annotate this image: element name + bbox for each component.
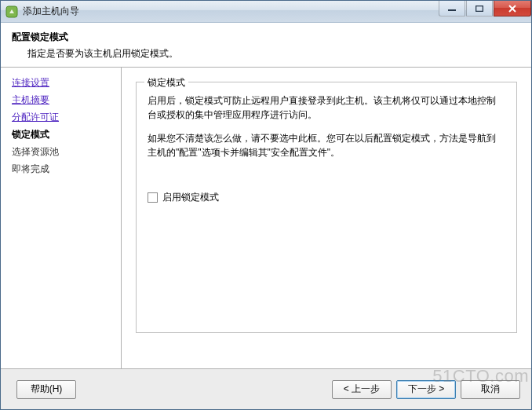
window-controls (439, 1, 531, 22)
svg-rect-1 (448, 9, 456, 11)
app-icon (5, 5, 18, 18)
groupbox-legend: 锁定模式 (144, 76, 188, 90)
sidebar-step-summary[interactable]: 主机摘要 (12, 93, 113, 107)
sidebar-step-label: 选择资源池 (12, 146, 59, 157)
cancel-button-label: 取消 (481, 383, 500, 396)
sidebar-step-resourcepool: 选择资源池 (12, 145, 113, 159)
sidebar-step-finish: 即将完成 (12, 162, 113, 176)
close-icon (508, 5, 517, 13)
sidebar-step-connection[interactable]: 连接设置 (12, 75, 113, 90)
close-button[interactable] (494, 1, 531, 16)
sidebar-step-link[interactable]: 连接设置 (12, 77, 49, 88)
titlebar: 添加主机向导 (1, 1, 531, 23)
wizard-steps-sidebar: 连接设置 主机摘要 分配许可证 锁定模式 选择资源池 即将完成 (1, 68, 122, 368)
lockdown-description-2: 如果您不清楚该怎么做，请不要选中此框。您可在以后配置锁定模式，方法是导航到主机的… (148, 131, 505, 159)
wizard-footer: 帮助(H) < 上一步 下一步 > 取消 (1, 368, 531, 409)
sidebar-step-license[interactable]: 分配许可证 (12, 110, 113, 124)
maximize-icon (476, 5, 483, 12)
sidebar-step-lockdown: 锁定模式 (12, 127, 113, 141)
help-button[interactable]: 帮助(H) (16, 380, 76, 399)
enable-lockdown-label: 启用锁定模式 (162, 191, 219, 204)
sidebar-step-link[interactable]: 主机摘要 (12, 94, 49, 105)
enable-lockdown-row[interactable]: 启用锁定模式 (148, 191, 505, 204)
wizard-body: 连接设置 主机摘要 分配许可证 锁定模式 选择资源池 即将完成 锁定模式 启用后… (1, 68, 531, 368)
wizard-content: 锁定模式 启用后，锁定模式可防止远程用户直接登录到此主机。该主机将仅可以通过本地… (122, 68, 531, 368)
wizard-header: 配置锁定模式 指定是否要为该主机启用锁定模式。 (1, 23, 531, 68)
help-button-label: 帮助(H) (31, 383, 63, 396)
back-button[interactable]: < 上一步 (332, 380, 392, 399)
next-button-label: 下一步 > (408, 383, 444, 396)
lockdown-description-1: 启用后，锁定模式可防止远程用户直接登录到此主机。该主机将仅可以通过本地控制台或授… (148, 93, 505, 122)
page-subtitle: 指定是否要为该主机启用锁定模式。 (12, 47, 520, 60)
maximize-button[interactable] (466, 1, 493, 16)
enable-lockdown-checkbox[interactable] (148, 192, 158, 203)
cancel-button[interactable]: 取消 (461, 380, 520, 399)
next-button[interactable]: 下一步 > (396, 380, 456, 399)
back-button-label: < 上一步 (344, 383, 380, 396)
lockdown-groupbox: 锁定模式 启用后，锁定模式可防止远程用户直接登录到此主机。该主机将仅可以通过本地… (136, 82, 517, 333)
minimize-icon (448, 5, 456, 12)
svg-rect-2 (476, 5, 483, 11)
sidebar-step-label: 锁定模式 (12, 129, 49, 140)
wizard-window: 添加主机向导 配置锁定模式 指定是否要为该主机启用锁定模式。 连接设置 主机摘要… (0, 0, 532, 410)
window-title: 添加主机向导 (23, 5, 79, 18)
sidebar-step-label: 即将完成 (12, 163, 49, 174)
minimize-button[interactable] (439, 1, 465, 16)
sidebar-step-link[interactable]: 分配许可证 (12, 112, 59, 123)
page-title: 配置锁定模式 (12, 31, 520, 44)
